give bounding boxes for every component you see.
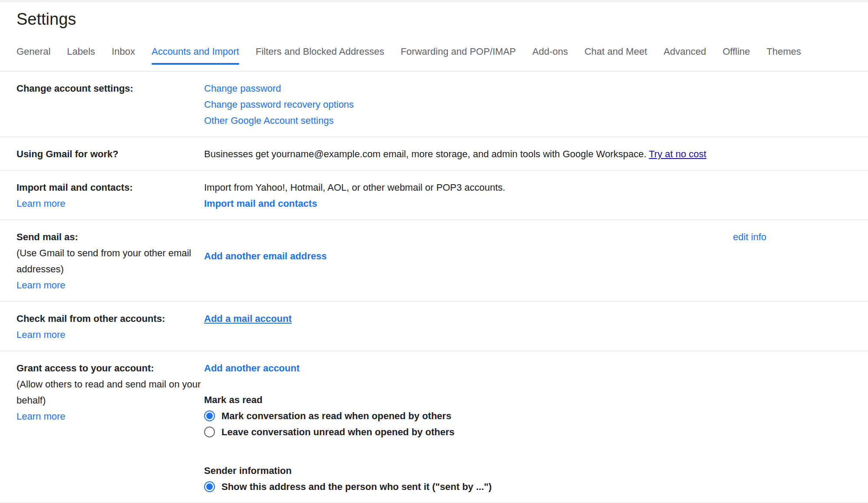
radio-button-show-address-selected[interactable] <box>204 481 215 492</box>
row-check-mail-from-other-accounts: Check mail from other accounts: Learn mo… <box>0 302 868 351</box>
other-google-account-settings-link[interactable]: Other Google Account settings <box>204 113 851 129</box>
settings-tab-bar: General Labels Inbox Accounts and Import… <box>17 46 851 65</box>
grant-access-sublabel: (Allow others to read and send mail on y… <box>17 376 201 408</box>
tab-chat-and-meet[interactable]: Chat and Meet <box>584 46 647 65</box>
send-mail-as-learn-more-link[interactable]: Learn more <box>17 277 201 293</box>
change-password-recovery-options-link[interactable]: Change password recovery options <box>204 96 851 113</box>
using-gmail-for-work-label: Using Gmail for work? <box>17 146 204 162</box>
radio-row-mark-read[interactable]: Mark conversation as read when opened by… <box>204 408 851 424</box>
mark-read-option-label: Mark conversation as read when opened by… <box>221 408 451 424</box>
change-password-link[interactable]: Change password <box>204 80 851 96</box>
radio-button-leave-unread[interactable] <box>204 427 215 437</box>
send-mail-as-sublabel: (Use Gmail to send from your other email… <box>17 245 201 277</box>
tab-accounts-and-import[interactable]: Accounts and Import <box>152 46 239 65</box>
mark-as-read-heading: Mark as read <box>204 392 851 408</box>
grant-access-label: Grant access to your account: <box>17 360 201 376</box>
page-title: Settings <box>17 9 868 29</box>
show-address-option-label: Show this address and the person who sen… <box>221 479 492 495</box>
import-mail-description: Import from Yahoo!, Hotmail, AOL, or oth… <box>204 179 851 195</box>
import-mail-and-contacts-link[interactable]: Import mail and contacts <box>204 198 317 209</box>
accounts-and-import-settings: Change account settings: Change password… <box>0 71 868 503</box>
row-import-mail-and-contacts: Import mail and contacts: Learn more Imp… <box>0 171 868 220</box>
tab-forwarding-and-pop-imap[interactable]: Forwarding and POP/IMAP <box>401 46 516 65</box>
tab-themes[interactable]: Themes <box>766 46 801 65</box>
add-another-account-link[interactable]: Add another account <box>204 363 300 374</box>
tab-offline[interactable]: Offline <box>723 46 750 65</box>
radio-button-mark-read-selected[interactable] <box>204 410 215 421</box>
tab-filters-and-blocked-addresses[interactable]: Filters and Blocked Addresses <box>256 46 384 65</box>
change-account-settings-label: Change account settings: <box>17 80 204 129</box>
top-edge <box>0 0 868 2</box>
radio-row-leave-unread[interactable]: Leave conversation unread when opened by… <box>204 424 851 440</box>
grant-access-learn-more-link[interactable]: Learn more <box>17 408 201 424</box>
send-mail-as-label: Send mail as: <box>17 229 201 245</box>
sender-information-heading: Sender information <box>204 463 851 479</box>
leave-unread-option-label: Leave conversation unread when opened by… <box>221 424 455 440</box>
row-grant-access: Grant access to your account: (Allow oth… <box>0 351 868 503</box>
edit-info-link[interactable]: edit info <box>733 229 766 245</box>
check-mail-learn-more-link[interactable]: Learn more <box>17 327 201 343</box>
row-send-mail-as: Send mail as: (Use Gmail to send from yo… <box>0 220 868 302</box>
mark-as-read-group: Mark as read Mark conversation as read w… <box>204 392 851 440</box>
import-mail-label: Import mail and contacts: <box>17 182 133 193</box>
tab-add-ons[interactable]: Add-ons <box>532 46 568 65</box>
tab-labels[interactable]: Labels <box>67 46 95 65</box>
check-mail-label: Check mail from other accounts: <box>17 313 165 324</box>
tab-advanced[interactable]: Advanced <box>663 46 706 65</box>
tab-inbox[interactable]: Inbox <box>112 46 135 65</box>
radio-row-show-address[interactable]: Show this address and the person who sen… <box>204 479 851 495</box>
import-mail-learn-more-link[interactable]: Learn more <box>17 195 201 212</box>
tab-general[interactable]: General <box>17 46 50 65</box>
row-using-gmail-for-work: Using Gmail for work? Businesses get you… <box>0 137 868 171</box>
try-at-no-cost-link[interactable]: Try at no cost <box>649 149 706 159</box>
gmail-for-work-text: Businesses get yourname@example.com emai… <box>204 149 647 159</box>
add-a-mail-account-link[interactable]: Add a mail account <box>204 313 292 324</box>
add-another-email-address-link[interactable]: Add another email address <box>204 248 327 264</box>
row-change-account-settings: Change account settings: Change password… <box>0 72 868 137</box>
sender-information-group: Sender information Show this address and… <box>204 463 851 495</box>
